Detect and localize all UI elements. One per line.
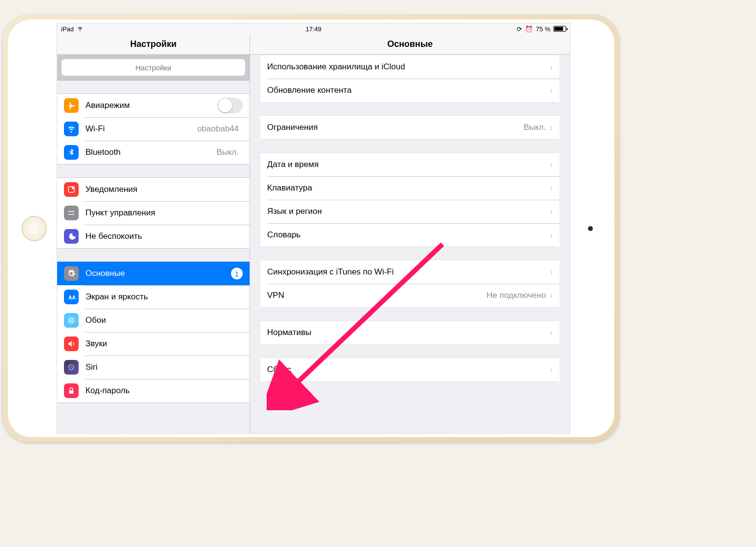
- detail-row-label: Сброс: [267, 365, 550, 375]
- sounds-icon: [64, 337, 79, 351]
- detail-row[interactable]: Синхронизация с iTunes по Wi-Fi›: [260, 260, 560, 284]
- sidebar-item-dnd[interactable]: Не беспокоить: [57, 225, 250, 248]
- search-input[interactable]: [62, 59, 245, 76]
- pass-icon: [64, 383, 79, 398]
- sidebar-item-label: Основные: [85, 269, 231, 278]
- sidebar-title: Настройки: [57, 34, 250, 55]
- sidebar-item-sounds[interactable]: Звуки: [57, 332, 250, 356]
- detail-row[interactable]: Нормативы›: [260, 321, 560, 344]
- detail-row-label: Синхронизация с iTunes по Wi-Fi: [267, 267, 550, 277]
- detail-row[interactable]: Клавиатура›: [260, 176, 560, 200]
- orientation-lock-icon: ⟳: [517, 25, 522, 33]
- wall-icon: [64, 313, 79, 328]
- chevron-right-icon: ›: [550, 85, 553, 96]
- detail-row[interactable]: Использование хранилища и iCloud›: [260, 55, 560, 79]
- sidebar: Настройки АвиарежимWi-Fiobaobab44Bluetoo…: [57, 34, 250, 433]
- svg-text:AA: AA: [68, 295, 76, 300]
- detail-row[interactable]: Дата и время›: [260, 153, 560, 176]
- sidebar-item-wall[interactable]: Обои: [57, 309, 250, 332]
- home-button[interactable]: [21, 216, 47, 241]
- detail-row[interactable]: Язык и регион›: [260, 200, 560, 223]
- battery-percent: 75 %: [536, 25, 550, 33]
- sidebar-item-label: Звуки: [85, 339, 243, 349]
- status-bar: iPad 17:49 ⟳ ⏰ 75 %: [57, 23, 570, 34]
- detail-row-value: Не подключено: [486, 291, 546, 300]
- svg-rect-3: [71, 211, 75, 212]
- chevron-right-icon: ›: [550, 328, 553, 338]
- alarm-icon: ⏰: [525, 25, 533, 33]
- battery-icon: [553, 26, 566, 32]
- chevron-right-icon: ›: [550, 207, 553, 217]
- airplane-icon: [64, 98, 79, 113]
- sidebar-item-label: Обои: [85, 316, 243, 325]
- siri-icon: [64, 360, 79, 375]
- svg-point-1: [72, 187, 75, 189]
- sidebar-item-label: Siri: [85, 362, 243, 372]
- detail-row-label: VPN: [267, 291, 486, 300]
- detail-row-value: Выкл.: [524, 123, 546, 132]
- detail-row[interactable]: ОграниченияВыкл.›: [260, 116, 560, 139]
- chevron-right-icon: ›: [550, 62, 553, 72]
- display-icon: AA: [64, 290, 79, 304]
- sidebar-item-general[interactable]: Основные1: [57, 262, 250, 285]
- search-container: [57, 55, 250, 81]
- chevron-right-icon: ›: [550, 230, 553, 240]
- sidebar-item-label: Экран и яркость: [85, 292, 243, 302]
- detail-row[interactable]: Обновление контента›: [260, 79, 560, 102]
- detail-row-label: Обновление контента: [267, 85, 550, 95]
- notif-icon: [64, 182, 79, 197]
- sidebar-item-label: Уведомления: [85, 185, 243, 194]
- sidebar-item-airplane[interactable]: Авиарежим: [57, 94, 250, 117]
- detail-title: Основные: [250, 34, 570, 55]
- detail-row-label: Язык и регион: [267, 207, 550, 216]
- sidebar-item-label: Пункт управления: [85, 208, 243, 218]
- dnd-icon: [64, 229, 79, 244]
- sidebar-item-siri[interactable]: Siri: [57, 356, 250, 379]
- detail-row-label: Использование хранилища и iCloud: [267, 62, 550, 72]
- detail-scroll[interactable]: Использование хранилища и iCloud›Обновле…: [250, 55, 570, 433]
- detail-row-label: Словарь: [267, 230, 550, 240]
- chevron-right-icon: ›: [550, 160, 553, 170]
- svg-point-4: [72, 214, 74, 215]
- sidebar-scroll[interactable]: АвиарежимWi-Fiobaobab44BluetoothВыкл.Уве…: [57, 81, 250, 433]
- svg-rect-5: [68, 214, 72, 215]
- detail-row-label: Клавиатура: [267, 183, 550, 193]
- sidebar-item-value: obaobab44: [197, 124, 239, 134]
- ipad-frame: iPad 17:49 ⟳ ⏰ 75 % Настройки: [3, 15, 619, 442]
- sidebar-item-wifi[interactable]: Wi-Fiobaobab44: [57, 117, 250, 141]
- sidebar-item-control[interactable]: Пункт управления: [57, 201, 250, 225]
- chevron-right-icon: ›: [550, 267, 553, 277]
- sidebar-item-pass[interactable]: Код-пароль: [57, 379, 250, 402]
- sidebar-item-label: Авиарежим: [85, 101, 217, 110]
- screen: iPad 17:49 ⟳ ⏰ 75 % Настройки: [57, 23, 570, 434]
- sidebar-item-label: Код-пароль: [85, 386, 243, 396]
- sidebar-item-bt[interactable]: BluetoothВыкл.: [57, 141, 250, 164]
- svg-point-2: [69, 211, 70, 212]
- chevron-right-icon: ›: [550, 291, 553, 301]
- detail-row[interactable]: VPNНе подключено›: [260, 284, 560, 307]
- clock: 17:49: [306, 25, 322, 33]
- sidebar-item-label: Не беспокоить: [85, 231, 243, 241]
- detail-row-label: Ограничения: [267, 123, 524, 132]
- sidebar-item-value: Выкл.: [216, 147, 239, 157]
- badge: 1: [231, 268, 243, 279]
- chevron-right-icon: ›: [550, 365, 553, 375]
- sidebar-item-notif[interactable]: Уведомления: [57, 178, 250, 201]
- chevron-right-icon: ›: [550, 183, 553, 193]
- detail-row[interactable]: Словарь›: [260, 223, 560, 247]
- device-label: iPad: [61, 25, 74, 33]
- chevron-right-icon: ›: [550, 123, 553, 133]
- sidebar-item-label: Wi-Fi: [85, 124, 197, 134]
- toggle-switch[interactable]: [217, 98, 243, 113]
- sidebar-item-display[interactable]: AAЭкран и яркость: [57, 285, 250, 309]
- sidebar-item-label: Bluetooth: [85, 147, 216, 157]
- front-camera: [588, 226, 593, 231]
- detail-row[interactable]: Сброс›: [260, 358, 560, 381]
- svg-point-9: [71, 320, 72, 321]
- detail-panel: Основные Использование хранилища и iClou…: [250, 34, 570, 433]
- wifi-icon: [77, 25, 84, 33]
- wifi-icon: [64, 122, 79, 136]
- detail-row-label: Дата и время: [267, 160, 550, 169]
- general-icon: [64, 266, 79, 281]
- svg-rect-11: [69, 390, 74, 394]
